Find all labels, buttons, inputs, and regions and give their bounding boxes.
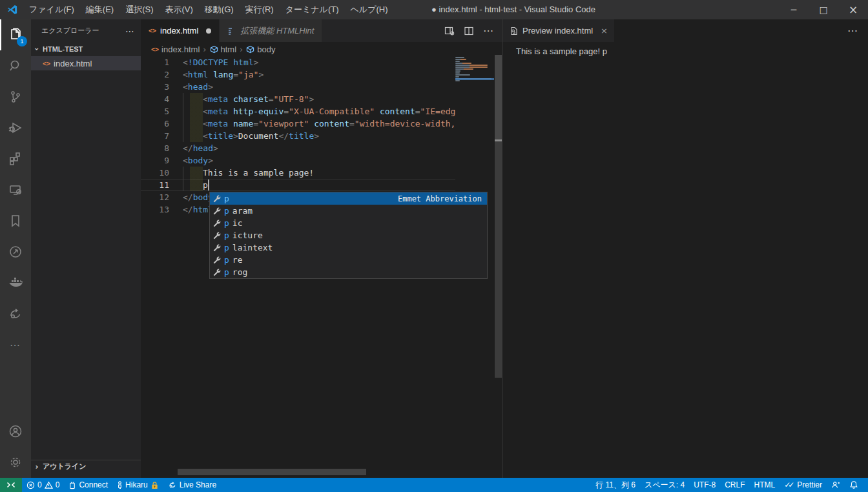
suggest-item[interactable]: picture: [210, 229, 487, 241]
suggest-item[interactable]: pEmmet Abbreviation: [210, 192, 487, 205]
chevron-down-icon: ›: [32, 45, 41, 54]
window-title: ● index.html - html-test - Visual Studio…: [431, 0, 595, 19]
code-line[interactable]: 5<meta http-equiv="X-UA-Compatible" cont…: [141, 105, 455, 118]
html-file-icon: <>: [149, 27, 156, 34]
live-share-status[interactable]: Live Share: [163, 478, 221, 492]
file-item-index-html[interactable]: <> index.html: [31, 56, 141, 70]
suggest-widget: pEmmet Abbreviationparampicpictureplaint…: [209, 192, 488, 279]
code-line[interactable]: 8</head>: [141, 142, 455, 154]
source-control-icon[interactable]: [0, 81, 31, 112]
tab-preview-index-html[interactable]: Preview index.html ×: [503, 19, 614, 42]
problems-status[interactable]: 0 0: [22, 478, 64, 492]
horizontal-scrollbar[interactable]: [178, 469, 366, 475]
outline-section[interactable]: › アウトライン: [31, 460, 141, 473]
open-preview-icon[interactable]: [444, 26, 455, 36]
person-icon: [117, 481, 123, 489]
code-line[interactable]: 2<html lang="ja">: [141, 68, 455, 81]
folder-section-html-test[interactable]: › HTML-TEST: [31, 42, 141, 56]
tab-extension-htmlhint[interactable]: 拡張機能 HTMLHint: [220, 19, 322, 42]
suggest-item[interactable]: pic: [210, 217, 487, 229]
rest-client-icon[interactable]: [0, 236, 31, 267]
code-line[interactable]: 9<body>: [141, 154, 455, 167]
line-number: 2: [141, 68, 169, 81]
docker-icon[interactable]: [0, 267, 31, 298]
accounts-icon[interactable]: [0, 416, 31, 447]
close-button[interactable]: ×: [838, 0, 868, 19]
cursor-position-status[interactable]: 行 11、列 6: [591, 478, 640, 492]
minimap[interactable]: [455, 57, 494, 82]
settings-gear-icon[interactable]: [0, 447, 31, 478]
menu-item[interactable]: ターミナル(T): [280, 0, 345, 19]
notifications-bell-icon[interactable]: [845, 478, 863, 492]
line-number: 13: [141, 203, 169, 216]
suggest-item[interactable]: plaintext: [210, 241, 487, 254]
bookmarks-icon[interactable]: [0, 205, 31, 236]
remote-indicator[interactable]: [0, 478, 22, 492]
menu-item[interactable]: 編集(E): [80, 0, 119, 19]
code-line[interactable]: 10This is a sample page!: [141, 167, 455, 179]
menu-item[interactable]: 選択(S): [119, 0, 159, 19]
split-editor-icon[interactable]: [464, 26, 474, 36]
breadcrumb-html[interactable]: html: [210, 45, 237, 54]
modified-dot-icon[interactable]: [206, 28, 211, 34]
line-number: 11: [141, 179, 169, 191]
breadcrumb-separator: ›: [202, 45, 207, 54]
preview-file-icon: [510, 26, 519, 36]
connect-status[interactable]: Connect: [64, 478, 112, 492]
code-line[interactable]: 1<!DOCTYPE html>: [141, 56, 455, 68]
code-line[interactable]: 3<head>: [141, 81, 455, 93]
code-line[interactable]: 6<meta name="viewport" content="width=de…: [141, 118, 455, 130]
remote-explorer-icon[interactable]: [0, 174, 31, 205]
lock-icon: [150, 481, 159, 489]
maximize-button[interactable]: □: [809, 0, 838, 19]
account-status[interactable]: Hikaru: [112, 478, 163, 492]
plug-icon: [68, 481, 76, 489]
preview-tab-bar: Preview index.html × ⋯: [503, 19, 868, 42]
preview-more-icon[interactable]: ⋯: [847, 25, 868, 37]
line-number: 1: [141, 56, 169, 68]
minimize-button[interactable]: ─: [779, 0, 809, 19]
indent-guide: [183, 167, 203, 179]
suggest-item[interactable]: prog: [210, 266, 487, 278]
code-line[interactable]: 7<title>Document</title>: [141, 130, 455, 142]
code-line[interactable]: 11p: [141, 179, 455, 191]
feedback-icon[interactable]: [827, 478, 845, 492]
indentation-status[interactable]: スペース: 4: [640, 478, 689, 492]
error-icon: [26, 481, 35, 489]
close-icon[interactable]: ×: [597, 26, 608, 36]
sidebar-more-icon[interactable]: ⋯: [125, 26, 136, 36]
breadcrumb-body[interactable]: body: [246, 45, 275, 54]
suggest-item[interactable]: param: [210, 205, 487, 217]
chevron-right-icon: ›: [32, 462, 41, 471]
scrollbar-thumb[interactable]: [495, 55, 502, 139]
breadcrumb-file[interactable]: <> index.html: [151, 45, 200, 54]
run-debug-icon[interactable]: [0, 112, 31, 143]
warning-icon: [45, 481, 53, 489]
menu-item[interactable]: ファイル(F): [23, 0, 80, 19]
explorer-icon[interactable]: 1: [0, 19, 31, 50]
encoding-status[interactable]: UTF-8: [689, 478, 720, 492]
line-number: 4: [141, 93, 169, 105]
wrench-icon: [212, 256, 221, 264]
editor-more-icon[interactable]: ⋯: [483, 25, 495, 37]
editor-group: <> index.html 拡張機能 HTMLHint ⋯ <> index.h…: [141, 19, 502, 478]
live-share-icon[interactable]: [0, 298, 31, 329]
vertical-scrollbar[interactable]: [495, 55, 502, 378]
wrench-icon: [212, 243, 221, 252]
menu-item[interactable]: 表示(V): [160, 0, 199, 19]
formatter-status[interactable]: ✓✓ Prettier: [780, 478, 827, 492]
wrench-icon: [212, 268, 221, 276]
eol-status[interactable]: CRLF: [720, 478, 749, 492]
menu-item[interactable]: 移動(G): [199, 0, 240, 19]
code-line[interactable]: 4<meta charset="UTF-8">: [141, 93, 455, 105]
indent-guide: [183, 130, 203, 142]
menu-item[interactable]: 実行(R): [240, 0, 280, 19]
menu-item[interactable]: ヘルプ(H): [345, 0, 394, 19]
suggest-item[interactable]: pre: [210, 254, 487, 266]
extensions-icon[interactable]: [0, 143, 31, 174]
language-status[interactable]: HTML: [750, 478, 780, 492]
tab-index-html[interactable]: <> index.html: [141, 19, 220, 42]
more-activity-icon[interactable]: ⋯: [0, 329, 31, 360]
search-icon[interactable]: [0, 50, 31, 81]
title-bar: ファイル(F)編集(E)選択(S)表示(V)移動(G)実行(R)ターミナル(T)…: [0, 0, 868, 19]
